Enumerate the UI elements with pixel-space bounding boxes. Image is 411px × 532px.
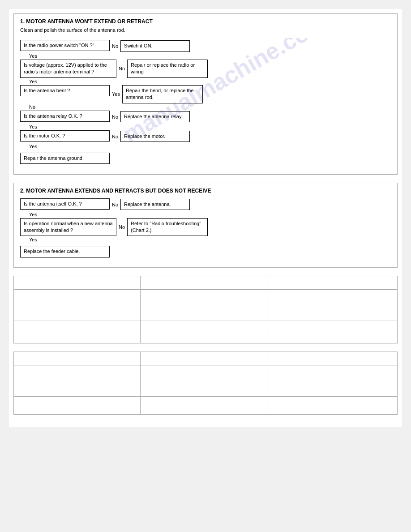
- flow2-result-final: Replace the feeder cable.: [20, 246, 110, 257]
- flow2-no-label-2: No: [116, 224, 127, 230]
- table2-h1: [14, 352, 141, 365]
- flow-question-3: Is the antenna bent ?: [20, 85, 110, 96]
- table2-d2-c2: [140, 397, 267, 415]
- flow-yes-1: Yes: [20, 53, 391, 59]
- flow-no-3: No: [20, 104, 391, 110]
- flow-yes-4: Yes: [20, 124, 391, 129]
- table1-data-row-2: [14, 321, 398, 343]
- table2-d2-c3: [267, 397, 397, 415]
- page: 1. MOTOR ANTENNA WON'T EXTEND OR RETRACT…: [9, 9, 402, 427]
- flow-no-label-4: No: [110, 114, 120, 120]
- empty-table-1: [13, 276, 398, 343]
- table1-d2-c1: [14, 321, 141, 343]
- section1: 1. MOTOR ANTENNA WON'T EXTEND OR RETRACT…: [13, 13, 398, 175]
- flow-question-5: Is the motor O.K. ?: [20, 130, 110, 142]
- table1-h2: [140, 276, 267, 290]
- table2-data-row-1: [14, 365, 398, 397]
- flow-row-1: Is the radio power switch "ON ?" No Swit…: [20, 40, 391, 52]
- flow-row-5: Is the motor O.K. ? No Replace the motor…: [20, 130, 391, 143]
- flow-no-label-1: No: [110, 43, 120, 49]
- section2-title: 2. MOTOR ANTENNA EXTENDS AND RETRACTS BU…: [20, 188, 391, 194]
- flow-row-2: Is voltage (approx. 12V) applied to the …: [20, 60, 391, 78]
- empty-table-2: [13, 352, 398, 415]
- table1-header-row: [14, 276, 398, 290]
- flow2-no-label-1: No: [110, 202, 120, 207]
- flow2-row-3: Replace the feeder cable.: [20, 246, 391, 258]
- flow-question-2: Is voltage (approx. 12V) applied to the …: [20, 60, 116, 78]
- flow2-result-1: Replace the antenna.: [120, 199, 190, 210]
- flow-no-label-5: No: [110, 134, 120, 139]
- flow-result-2: Repair or replace the radio or wiring: [127, 60, 208, 78]
- flow-question-1: Is the radio power switch "ON ?": [20, 40, 110, 51]
- table2-header-row: [14, 352, 398, 365]
- flow-result-4: Replace the antenna relay.: [120, 111, 190, 122]
- flow2-row-1: Is the antenna itself O.K. ? No Replace …: [20, 198, 391, 211]
- flow-row-3: Is the antenna bent ? Yes Repair the ben…: [20, 85, 391, 103]
- table1-d1-c1: [14, 290, 141, 321]
- flow-result-final-1: Repair the antenna ground.: [20, 153, 110, 164]
- empty-table-1-container: [13, 276, 398, 343]
- flow-yes-2: Yes: [20, 79, 391, 84]
- table1-data-row-1: [14, 290, 398, 321]
- section2: 2. MOTOR ANTENNA EXTENDS AND RETRACTS BU…: [13, 183, 398, 268]
- table2-h3: [267, 352, 397, 365]
- table2-d1-c3: [267, 365, 397, 397]
- section2-flowchart: Is the antenna itself O.K. ? No Replace …: [20, 197, 391, 261]
- flow-row-6: Repair the antenna ground.: [20, 153, 391, 165]
- table2-d2-c1: [14, 397, 141, 415]
- table1-h3: [267, 276, 397, 290]
- section1-flowchart: manualmachine.com Is the radio power swi…: [20, 38, 391, 167]
- flow-result-5: Replace the motor.: [120, 131, 190, 142]
- section1-title: 1. MOTOR ANTENNA WON'T EXTEND OR RETRACT: [20, 18, 391, 25]
- flow-question-4: Is the antenna relay O.K. ?: [20, 111, 110, 122]
- flow2-result-2: Refer to "Radio troubleshooting" (Chart …: [127, 218, 208, 236]
- flow2-question-2: Is operation normal when a new antenna a…: [20, 218, 116, 236]
- table1-h1: [14, 276, 141, 290]
- section1-subtitle: Clean and polish the surface of the ante…: [20, 27, 391, 33]
- flow2-yes-1: Yes: [20, 212, 391, 217]
- flow-result-1: Switch it ON.: [120, 40, 190, 51]
- flow-row-4: Is the antenna relay O.K. ? No Replace t…: [20, 111, 391, 123]
- flow2-question-1: Is the antenna itself O.K. ?: [20, 198, 110, 210]
- flow-no-label-2: No: [116, 66, 127, 71]
- flow-result-3: Repair the bend, or replace the antenna …: [122, 85, 203, 103]
- empty-table-2-container: [13, 352, 398, 415]
- table1-d2-c3: [267, 321, 397, 343]
- table1-d1-c3: [267, 290, 397, 321]
- flow2-yes-2: Yes: [20, 237, 391, 242]
- flow-yes-5: Yes: [20, 144, 391, 149]
- table2-d1-c1: [14, 365, 141, 397]
- table2-data-row-2: [14, 397, 398, 415]
- table1-d2-c2: [140, 321, 267, 343]
- table1-d1-c2: [140, 290, 267, 321]
- flow-yes-label-3: Yes: [110, 91, 122, 97]
- table2-h2: [140, 352, 267, 365]
- flow2-row-2: Is operation normal when a new antenna a…: [20, 218, 391, 236]
- table2-d1-c2: [140, 365, 267, 397]
